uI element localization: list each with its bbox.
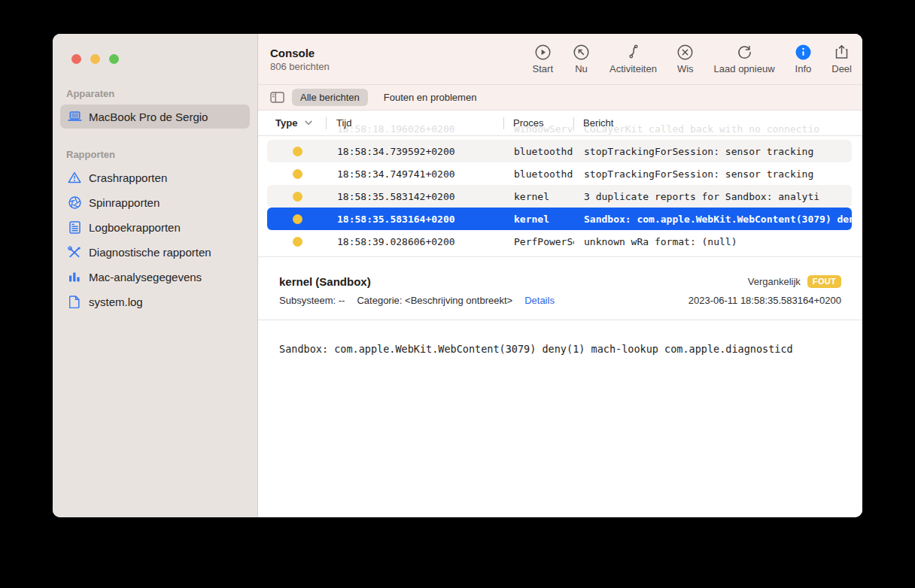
log-table-body: 18:58:34.739592+0200 bluetoothd stopTrac…	[258, 136, 862, 253]
share-button[interactable]: Deel	[831, 44, 852, 74]
play-circle-icon	[535, 44, 551, 61]
detail-pane: kernel (Sandbox) Vergankelijk FOUT Subsy…	[258, 257, 862, 320]
message-count: 806 berichten	[270, 61, 330, 72]
sidebar-item-system-log[interactable]: system.log	[60, 289, 250, 314]
toolbar-buttons: Start Nu Activiteiten	[533, 44, 852, 74]
spinner-shutter-icon	[67, 195, 82, 210]
filter-bar: Alle berichten Fouten en problemen	[258, 85, 862, 111]
reload-icon	[737, 44, 752, 61]
column-header-bericht[interactable]: Bericht	[574, 117, 862, 129]
log-level-dot	[267, 237, 327, 247]
info-circle-filled-icon	[795, 44, 811, 61]
column-header-type[interactable]: Type	[258, 117, 326, 129]
activity-path-icon	[626, 44, 640, 61]
warning-triangle-icon	[67, 170, 82, 185]
reload-button[interactable]: Laad opnieuw	[714, 44, 775, 74]
error-badge: FOUT	[807, 275, 841, 288]
tools-icon	[67, 244, 82, 259]
now-button[interactable]: Nu	[573, 44, 589, 74]
log-level-dot	[267, 214, 327, 224]
detail-timestamp: 2023-06-11 18:58:35.583164+0200	[689, 295, 841, 306]
detail-title: kernel (Sandbox)	[279, 275, 371, 288]
sidebar-item-crashrapporten[interactable]: Crashrapporten	[60, 165, 250, 189]
share-icon	[835, 44, 848, 61]
log-level-dot	[267, 169, 327, 179]
table-row[interactable]: 18:58:34.749741+0200 bluetoothd stopTrac…	[267, 162, 852, 185]
main-panel: Console 806 berichten Start Nu	[258, 34, 862, 517]
console-window: Apparaten MacBook Pro de Sergio Rapporte…	[53, 34, 862, 517]
subsystem-field: Subsysteem: --	[279, 295, 345, 306]
minimize-window-button[interactable]	[90, 54, 100, 64]
sidebar-item-label: Spinrapporten	[89, 196, 160, 209]
sidebar-item-mac-analysegegevens[interactable]: Mac-analysegegevens	[60, 265, 250, 289]
column-header-tijd[interactable]: Tijd	[327, 117, 503, 129]
category-field: Categorie: <Beschrijving ontbreekt>	[357, 295, 512, 306]
window-title-block: Console 806 berichten	[270, 47, 330, 72]
table-row[interactable]: 18:58:35.583142+0200 kernel 3 duplicate …	[267, 185, 852, 208]
sidebar-item-logboekrapporten[interactable]: Logboekrapporten	[60, 215, 250, 239]
file-icon	[67, 294, 82, 309]
sidebar-item-label: Logboekrapporten	[89, 221, 181, 234]
bar-chart-icon	[67, 269, 82, 284]
log-document-icon	[67, 220, 82, 235]
sidebar-section-reports: Rapporten	[53, 129, 257, 165]
table-row-selected[interactable]: 18:58:35.583164+0200 kernel Sandbox: com…	[267, 208, 852, 230]
table-row[interactable]: 18:58:34.739592+0200 bluetoothd stopTrac…	[267, 140, 852, 162]
log-level-dot	[267, 192, 327, 202]
screen-background: Apparaten MacBook Pro de Sergio Rapporte…	[0, 0, 915, 588]
sidebar-item-label: system.log	[89, 296, 143, 308]
info-button[interactable]: Info	[795, 44, 812, 74]
sidebar-item-label: Crashrapporten	[89, 171, 167, 184]
close-window-button[interactable]	[71, 54, 81, 64]
x-circle-icon	[677, 44, 693, 61]
log-table-header: 18:58:18.196026+0200 WindowServer CGLaye…	[258, 111, 862, 136]
arrow-up-left-circle-icon	[573, 44, 589, 61]
table-row[interactable]: 18:58:39.028606+0200 PerfPowerServices u…	[267, 230, 852, 253]
sidebar-section-devices: Apparaten	[53, 64, 257, 104]
sidebar-item-label: Diagnostische rapporten	[89, 246, 211, 259]
sidebar-item-macbook[interactable]: MacBook Pro de Sergio	[60, 105, 250, 129]
sidebar-item-label: Mac-analysegegevens	[89, 271, 202, 283]
tab-alle-berichten[interactable]: Alle berichten	[292, 89, 368, 106]
sidebar-item-spinrapporten[interactable]: Spinrapporten	[60, 190, 250, 214]
window-title: Console	[270, 47, 330, 59]
log-level-dot	[267, 147, 327, 156]
toolbar: Console 806 berichten Start Nu	[258, 34, 862, 85]
zoom-window-button[interactable]	[109, 54, 119, 64]
traffic-lights	[53, 34, 257, 64]
log-message-body: Sandbox: com.apple.WebKit.WebContent(307…	[258, 320, 862, 377]
laptop-icon	[67, 109, 82, 124]
sidebar: Apparaten MacBook Pro de Sergio Rapporte…	[53, 34, 258, 517]
details-link[interactable]: Details	[524, 295, 555, 306]
chevron-down-icon	[305, 120, 312, 126]
activities-button[interactable]: Activiteiten	[609, 44, 657, 74]
sidebar-toggle-icon[interactable]	[270, 92, 284, 103]
sidebar-item-label: MacBook Pro de Sergio	[89, 111, 208, 123]
start-button[interactable]: Start	[533, 44, 553, 74]
volatility-label: Vergankelijk	[748, 276, 801, 287]
tab-fouten-en-problemen[interactable]: Fouten en problemen	[375, 89, 485, 106]
clear-button[interactable]: Wis	[677, 44, 694, 74]
column-header-proces[interactable]: Proces	[504, 117, 573, 129]
sidebar-item-diagnostische-rapporten[interactable]: Diagnostische rapporten	[60, 240, 250, 264]
